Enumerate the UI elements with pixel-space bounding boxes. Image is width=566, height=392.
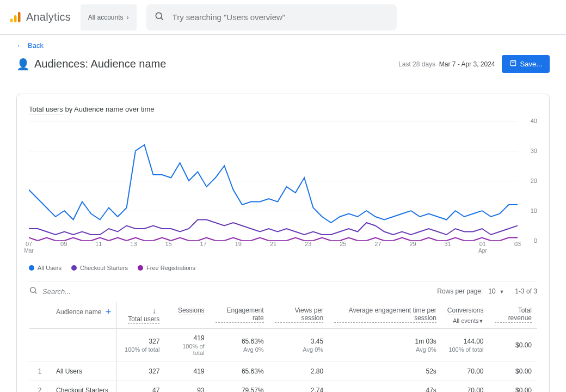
- chart-x-tick: 31: [445, 241, 451, 247]
- svg-rect-0: [10, 19, 13, 22]
- legend-swatch: [138, 265, 143, 271]
- chart-y-tick: 0: [534, 237, 537, 244]
- chart-title: Total users by Audience name over time: [29, 105, 537, 113]
- chart-x-tick: 21: [270, 241, 276, 247]
- data-table: Audience name + ↓ Total users Sessions E…: [29, 302, 537, 392]
- chart-legend: All UsersCheckout StartersFree Registrat…: [29, 257, 537, 277]
- svg-rect-1: [14, 15, 17, 22]
- chart-x-tick: 13: [130, 241, 137, 247]
- legend-swatch: [29, 265, 34, 271]
- chart-x-tick: 19: [235, 241, 242, 247]
- col-audience-name[interactable]: Audience name +: [51, 302, 117, 329]
- account-picker[interactable]: All accounts ›: [81, 4, 137, 30]
- conversions-filter[interactable]: All events▼: [447, 317, 484, 324]
- chart-x-tick: 07: [26, 241, 32, 247]
- svg-line-4: [161, 18, 163, 20]
- product-logo[interactable]: Analytics: [9, 11, 71, 24]
- col-conversions[interactable]: Conversions All events▼: [442, 302, 489, 329]
- chart-x-tick: 15: [165, 241, 171, 247]
- page-title: Audiences: Audience name: [34, 58, 166, 70]
- chart-x-tick: 29: [409, 241, 416, 247]
- legend-item[interactable]: Free Registrations: [138, 265, 195, 271]
- search-icon: [154, 11, 165, 23]
- svg-rect-2: [18, 12, 21, 22]
- pagination-range: 1-3 of 3: [515, 287, 537, 295]
- product-name: Analytics: [26, 11, 71, 23]
- chart-y-tick: 20: [531, 177, 537, 184]
- chart-y-tick: 40: [531, 118, 537, 124]
- search-input[interactable]: [173, 13, 389, 22]
- col-total-revenue[interactable]: Total revenue: [489, 302, 537, 329]
- chart-x-tick: 27: [374, 241, 381, 247]
- date-range-picker[interactable]: Last 28 days Mar 7 - Apr 3, 2024: [398, 60, 495, 68]
- col-sessions[interactable]: Sessions: [165, 302, 210, 329]
- chart-x-tick: 01: [479, 241, 486, 247]
- legend-item[interactable]: All Users: [29, 265, 61, 271]
- chart-gridline: [29, 151, 518, 151]
- col-views-per-session[interactable]: Views per session: [269, 302, 329, 329]
- chart-x-tick: 17: [200, 241, 207, 247]
- chart-gridline: [29, 181, 518, 181]
- chart-y-tick: 30: [531, 148, 537, 154]
- svg-line-7: [35, 292, 36, 293]
- svg-point-6: [30, 287, 35, 292]
- account-label: All accounts: [88, 14, 124, 21]
- rows-per-page[interactable]: Rows per page: 10 ▼: [437, 287, 504, 295]
- back-label: Back: [28, 41, 44, 50]
- legend-swatch: [71, 265, 77, 271]
- arrow-left-icon: ←: [16, 41, 23, 50]
- analytics-logo-icon: [9, 11, 22, 24]
- table-row[interactable]: 2 Checkout Starters 47 93 79.57% 2.74 47…: [29, 381, 537, 393]
- chart-x-tick: 23: [305, 241, 311, 247]
- chart-x-tick: 11: [95, 241, 102, 247]
- back-button[interactable]: ← Back: [16, 41, 44, 50]
- chart-x-sublabel: Apr: [478, 248, 487, 254]
- add-dimension-icon[interactable]: +: [106, 307, 112, 317]
- search-icon: [29, 286, 38, 297]
- chevron-down-icon: ▼: [479, 318, 484, 324]
- report-card: Total users by Audience name over time 0…: [16, 94, 550, 392]
- totals-row: 327100% of total 419100% of total 65.63%…: [29, 329, 537, 362]
- table-search[interactable]: Search...: [29, 286, 71, 297]
- chevron-right-icon: ›: [127, 14, 129, 21]
- chart-y-tick: 10: [531, 207, 537, 214]
- chevron-down-icon: ▼: [499, 289, 504, 295]
- chart-x-tick: 09: [60, 241, 67, 247]
- chart-gridline: [29, 211, 518, 211]
- legend-item[interactable]: Checkout Starters: [71, 265, 128, 271]
- svg-rect-5: [510, 60, 515, 65]
- col-total-users[interactable]: ↓ Total users: [117, 302, 165, 329]
- col-avg-engagement[interactable]: Average engagement time per session: [329, 302, 442, 329]
- save-icon: [509, 59, 517, 69]
- chart-x-tick: 03: [514, 241, 521, 247]
- save-button[interactable]: Save...: [502, 55, 550, 73]
- svg-point-3: [156, 13, 162, 19]
- line-chart[interactable]: 010203040: [29, 121, 537, 241]
- chart-x-sublabel: Mar: [24, 248, 33, 254]
- person-icon: 👤: [16, 58, 30, 71]
- table-row[interactable]: 1 All Users 327 419 65.63% 2.80 52s 70.0…: [29, 362, 537, 381]
- search-bar[interactable]: [146, 4, 397, 30]
- chart-gridline: [29, 121, 518, 121]
- col-engagement-rate[interactable]: Engagement rate: [210, 302, 269, 329]
- chart-x-tick: 25: [340, 241, 346, 247]
- chart-series-line: [29, 220, 518, 235]
- sort-desc-icon: ↓: [152, 307, 156, 315]
- col-index: [29, 302, 51, 329]
